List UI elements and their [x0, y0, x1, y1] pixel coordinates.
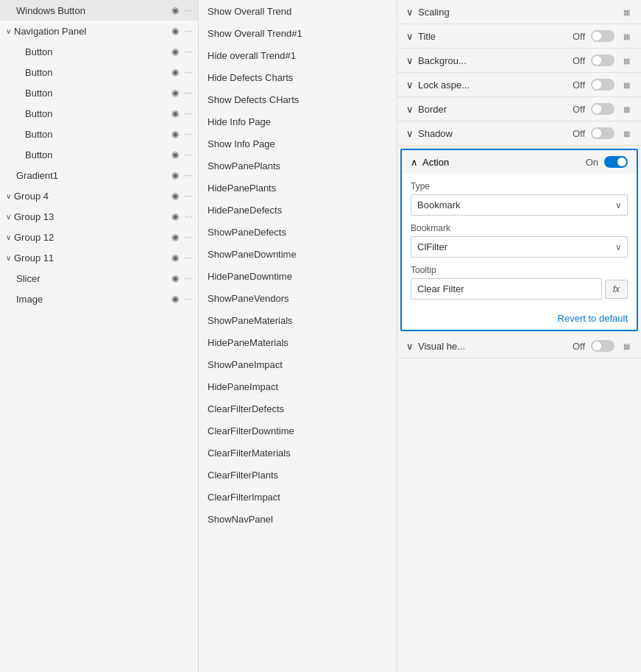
middle-item[interactable]: HidePaneImpact [199, 375, 397, 397]
middle-item[interactable]: Hide overall Trend#1 [199, 44, 397, 66]
grid-icon-shadow: ▦ [620, 127, 632, 139]
section-toggle-label-shadow: Off [573, 128, 585, 139]
section-toggle-lockAspect[interactable] [591, 79, 615, 91]
middle-item[interactable]: Show Overall Trend#1 [199, 22, 397, 44]
middle-item[interactable]: ClearFilterDefects [199, 397, 397, 420]
section-toggle-label-lockAspect: Off [573, 79, 585, 91]
middle-item[interactable]: HidePaneDefects [199, 199, 397, 221]
visual-header-title: ∨ Visual he... [406, 341, 465, 352]
middle-item[interactable]: Hide Defects Charts [199, 66, 397, 88]
section-value-group-scaling: ▦ [620, 6, 632, 18]
section-value-group-lockAspect: Off ▦ [573, 79, 632, 91]
left-item-label: Navigation Panel [14, 26, 171, 37]
left-item[interactable]: Image◉··· [0, 289, 198, 309]
section-header-scaling[interactable]: ∨ Scaling ▦ [397, 0, 641, 24]
middle-item[interactable]: ShowPaneVendors [199, 287, 397, 309]
grid-icon-lockAspect: ▦ [620, 79, 632, 91]
section-toggle-label-background: Off [573, 55, 585, 66]
middle-item[interactable]: ShowNavPanel [199, 508, 397, 530]
left-item-label: Button [25, 67, 171, 78]
action-header[interactable]: ∧ Action On [402, 150, 637, 174]
eye-icon: ◉ [171, 46, 179, 57]
section-header-background[interactable]: ∨ Backgrou... Off ▦ [397, 49, 641, 72]
middle-item[interactable]: ShowPanePlants [199, 155, 397, 177]
left-item-label: Image [16, 294, 171, 305]
dots-menu-icon: ··· [185, 252, 192, 263]
left-item[interactable]: Gradient1◉··· [0, 165, 198, 185]
tooltip-input[interactable] [411, 278, 602, 300]
eye-icon: ◉ [171, 5, 179, 15]
eye-icon: ◉ [171, 108, 179, 119]
middle-item[interactable]: ClearFilterPlants [199, 464, 397, 486]
eye-icon: ◉ [171, 26, 179, 36]
visual-header-header[interactable]: ∨ Visual he... Off ▦ [397, 334, 641, 358]
left-item[interactable]: Slicer◉··· [0, 268, 198, 289]
action-body: Type Bookmark Bookmark ClFilter Tooltip … [402, 174, 637, 307]
left-item[interactable]: ∨Group 11◉··· [0, 247, 198, 268]
chevron-icon-shadow: ∨ [406, 128, 414, 139]
middle-item[interactable]: ClearFilterImpact [199, 486, 397, 508]
bookmark-select[interactable]: ClFilter [411, 236, 628, 258]
section-header-shadow[interactable]: ∨ Shadow Off ▦ [397, 121, 641, 145]
action-toggle-thumb [617, 158, 626, 166]
section-header-border[interactable]: ∨ Border Off ▦ [397, 97, 641, 121]
middle-item[interactable]: ShowPaneMaterials [199, 309, 397, 331]
dots-menu-icon: ··· [185, 67, 192, 77]
left-item[interactable]: Button◉··· [0, 124, 198, 144]
left-item[interactable]: ∨Group 4◉··· [0, 185, 198, 206]
bookmark-select-wrapper: ClFilter [411, 236, 628, 258]
section-title-lockAspect: ∨ Lock aspe... [406, 79, 470, 91]
left-item[interactable]: ∨Group 13◉··· [0, 206, 198, 227]
fx-button[interactable]: fx [605, 280, 628, 299]
right-panel: ∨ Scaling ▦ ∨ Title Off ▦ [397, 0, 641, 672]
section-toggle-border[interactable] [591, 103, 615, 115]
grid-icon-scaling: ▦ [620, 6, 632, 18]
section-header-lockAspect[interactable]: ∨ Lock aspe... Off ▦ [397, 73, 641, 96]
left-item[interactable]: Button◉··· [0, 41, 198, 62]
middle-item[interactable]: Show Defects CHarts [199, 88, 397, 110]
eye-icon: ◉ [171, 232, 179, 242]
chevron-icon-scaling: ∨ [406, 7, 414, 18]
middle-item[interactable]: Hide Info Page [199, 110, 397, 132]
right-section-scaling: ∨ Scaling ▦ [397, 0, 641, 24]
section-header-title[interactable]: ∨ Title Off ▦ [397, 24, 641, 48]
left-item[interactable]: ∨Navigation Panel◉··· [0, 21, 198, 41]
right-section-border: ∨ Border Off ▦ [397, 97, 641, 121]
left-item-label: Group 11 [14, 252, 171, 264]
section-toggle-background[interactable] [591, 54, 615, 66]
middle-item[interactable]: HidePaneDowntime [199, 265, 397, 287]
left-item[interactable]: Button◉··· [0, 62, 198, 82]
middle-item[interactable]: HidePanePlants [199, 177, 397, 199]
middle-item[interactable]: ShowPaneImpact [199, 353, 397, 375]
toggle-thumb-background [592, 56, 601, 65]
action-toggle[interactable] [604, 156, 628, 168]
eye-icon: ◉ [171, 88, 179, 98]
visual-header-label: Visual he... [418, 341, 465, 352]
action-toggle-track [604, 156, 628, 168]
middle-item[interactable]: ShowPaneDowntime [199, 243, 397, 265]
visual-header-toggle[interactable] [591, 340, 615, 352]
section-label-title: Title [418, 31, 436, 42]
visual-header-toggle-track [591, 340, 615, 352]
left-item[interactable]: Button◉··· [0, 82, 198, 103]
middle-item[interactable]: ClearFilterDowntime [199, 420, 397, 442]
chevron-down-icon: ∨ [6, 192, 11, 200]
middle-item[interactable]: Show Overall Trend [199, 0, 397, 22]
middle-item[interactable]: HidePaneMaterials [199, 331, 397, 353]
type-select[interactable]: Bookmark [411, 194, 628, 216]
revert-to-default-button[interactable]: Revert to default [402, 307, 637, 330]
type-select-wrapper: Bookmark [411, 194, 628, 216]
left-item[interactable]: ∨Group 12◉··· [0, 227, 198, 247]
middle-item[interactable]: ShowPaneDefects [199, 221, 397, 243]
left-item[interactable]: Windows Button◉··· [0, 0, 198, 21]
left-item[interactable]: Button◉··· [0, 144, 198, 165]
section-title-title: ∨ Title [406, 31, 436, 42]
middle-item[interactable]: Show Info Page [199, 132, 397, 155]
section-value-group-background: Off ▦ [573, 54, 632, 66]
middle-item[interactable]: ClearFilterMaterials [199, 442, 397, 464]
section-value-group-shadow: Off ▦ [573, 127, 632, 139]
section-toggle-shadow[interactable] [591, 127, 615, 139]
section-value-group-border: Off ▦ [573, 103, 632, 115]
section-toggle-title[interactable] [591, 30, 615, 42]
left-item[interactable]: Button◉··· [0, 103, 198, 124]
